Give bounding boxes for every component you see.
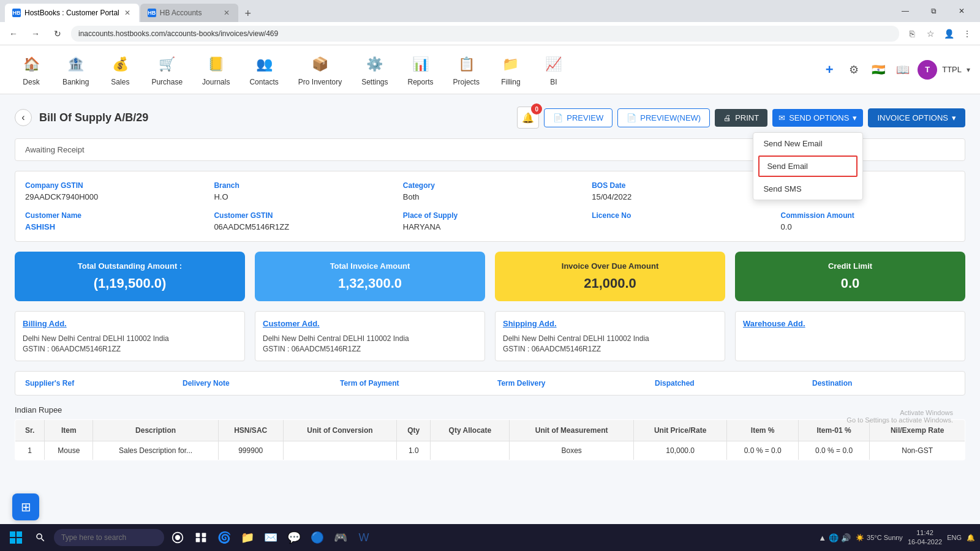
filling-icon: 📁 [500, 53, 522, 75]
nav-sales[interactable]: 💰 Sales [99, 48, 141, 91]
customer-address-line1: Delhi New Delhi Central DELHI 110002 Ind… [263, 333, 477, 345]
customer-address-title[interactable]: Customer Add. [263, 319, 477, 328]
back-nav-btn[interactable]: ← [5, 25, 22, 42]
browser-tab-2[interactable]: HB HB Accounts ✕ [140, 4, 238, 22]
weather-info: ☀️ 35°C Sunny [856, 534, 903, 542]
nav-projects-label: Projects [453, 78, 480, 86]
send-email-item[interactable]: Send Email [758, 156, 858, 177]
nav-bi[interactable]: 📈 BI [532, 48, 575, 91]
invoice-options-btn[interactable]: INVOICE OPTIONS ▾ [868, 108, 965, 127]
tab-close-1[interactable]: ✕ [123, 7, 132, 18]
nav-journals-label: Journals [202, 78, 230, 86]
taskbar-search-btn[interactable] [29, 527, 51, 541]
taskbar-app-mail[interactable]: ✉️ [260, 527, 282, 541]
taskbar-notification-btn[interactable]: 🔔 [967, 534, 975, 542]
send-sms-item[interactable]: Send SMS [753, 178, 862, 200]
profile-browser-btn[interactable]: 👤 [941, 26, 957, 42]
address-bar[interactable] [71, 26, 899, 42]
table-row[interactable]: 1 Mouse Sales Description for... 999900 … [15, 441, 965, 460]
taskbar-app-teams[interactable]: 💬 [283, 527, 305, 541]
tab-favicon-1: HB [12, 9, 21, 17]
nav-projects[interactable]: 📋 Projects [443, 48, 489, 91]
cast-btn[interactable]: ⎘ [904, 26, 920, 42]
browser-tab-1[interactable]: HB HostBooks : Customer Portal ✕ [5, 4, 139, 22]
preview-new-icon: 📄 [627, 113, 636, 122]
dispatched-label: Dispatched [655, 379, 797, 388]
nav-desk[interactable]: 🏠 Desk [10, 48, 53, 91]
preview-btn[interactable]: 📄 PREVIEW [544, 108, 612, 127]
forward-nav-btn[interactable]: → [27, 25, 44, 42]
preview-new-btn[interactable]: 📄 PREVIEW(NEW) [617, 108, 710, 127]
taskbar-lang: ENG [947, 534, 962, 541]
sys-icons: ▲ 🌐 🔊 [818, 533, 851, 542]
taskbar-arrow-icon[interactable]: ▲ [818, 533, 826, 542]
shipping-address-title[interactable]: Shipping Add. [503, 319, 717, 328]
total-invoice-label: Total Invoice Amount [265, 261, 475, 271]
billing-address-gstin: GSTIN : 06AADCM5146R1ZZ [23, 345, 237, 353]
nav-banking[interactable]: 🏦 Banking [53, 48, 99, 91]
customer-address-gstin: GSTIN : 06AADCM5146R1ZZ [263, 345, 477, 353]
contacts-icon: 👥 [253, 53, 275, 75]
company-name[interactable]: TTPL [942, 65, 962, 74]
cell-sr: 1 [15, 441, 45, 460]
nav-journals[interactable]: 📒 Journals [192, 48, 239, 91]
nav-pro-inventory[interactable]: 📦 Pro Inventory [288, 48, 352, 91]
projects-icon: 📋 [455, 53, 477, 75]
taskbar-search-input[interactable] [54, 529, 164, 541]
nav-filling-label: Filling [501, 78, 520, 86]
nav-filling[interactable]: 📁 Filling [489, 48, 532, 91]
taskbar-app-cortana[interactable] [167, 527, 189, 541]
taskbar-clock: 11:42 16-04-2022 [908, 528, 942, 541]
send-new-email-item[interactable]: Send New Email [753, 133, 862, 154]
start-btn[interactable] [5, 527, 27, 541]
pro-inventory-icon: 📦 [309, 53, 331, 75]
floating-grid-btn[interactable]: ⊞ [12, 493, 39, 520]
settings-icon: ⚙️ [364, 53, 386, 75]
company-gstin-label: Company GSTIN [25, 181, 199, 190]
credit-limit-value: 0.0 [745, 276, 956, 291]
customer-gstin-value: 06AADCM5146R1ZZ [214, 222, 388, 231]
window-close-btn[interactable]: ✕ [948, 0, 975, 22]
cell-qty-allocate [431, 441, 510, 460]
send-options-btn[interactable]: ✉ SEND OPTIONS ▾ [772, 109, 863, 127]
extension-btn[interactable]: ⋮ [959, 26, 975, 42]
col-sr: Sr. [15, 420, 45, 441]
taskbar-network-icon[interactable]: 🌐 [829, 533, 839, 542]
taskbar-app-taskview[interactable] [190, 527, 212, 541]
notification-btn[interactable]: 🔔 0 [517, 107, 539, 129]
taskbar-app-explorer[interactable]: 📁 [236, 527, 258, 541]
company-chevron[interactable]: ▾ [967, 66, 970, 74]
destination-field: Destination [812, 379, 955, 388]
taskbar-app-edge[interactable]: 🌀 [213, 527, 235, 541]
nav-settings[interactable]: ⚙️ Settings [352, 48, 398, 91]
reload-btn[interactable]: ↻ [49, 25, 66, 42]
sales-icon: 💰 [109, 53, 131, 75]
bookmark-btn[interactable]: ☆ [922, 26, 938, 42]
profile-btn[interactable]: T [918, 60, 937, 80]
nav-purchase[interactable]: 🛒 Purchase [141, 48, 192, 91]
nav-reports[interactable]: 📊 Reports [398, 48, 443, 91]
book-btn[interactable]: 📖 [893, 60, 913, 80]
commission-field: Commission Amount 0.0 [781, 211, 955, 231]
print-btn[interactable]: 🖨 PRINT [715, 109, 767, 127]
gear-btn[interactable]: ⚙ [844, 60, 864, 80]
billing-address-title[interactable]: Billing Add. [23, 319, 237, 328]
taskbar-app-word[interactable]: W [353, 527, 375, 541]
add-btn[interactable]: + [820, 60, 839, 80]
new-tab-btn[interactable]: + [239, 5, 257, 22]
supplier-ref-label: Supplier's Ref [25, 379, 168, 388]
nav-contacts[interactable]: 👥 Contacts [239, 48, 288, 91]
warehouse-address-title[interactable]: Warehouse Add. [743, 319, 957, 328]
place-supply-label: Place of Supply [403, 211, 577, 220]
flag-btn[interactable]: 🇮🇳 [869, 60, 888, 80]
taskbar-volume-icon[interactable]: 🔊 [841, 533, 851, 542]
taskbar-app-chrome[interactable]: 🔵 [306, 527, 328, 541]
back-btn[interactable]: ‹ [15, 109, 32, 126]
col-nil-exempt: Nil/Exemp Rate [870, 420, 965, 441]
window-minimize-btn[interactable]: — [892, 0, 919, 22]
window-maximize-btn[interactable]: ⧉ [920, 0, 947, 22]
total-outstanding-label: Total Outstanding Amount : [24, 261, 235, 271]
taskbar-app-gaming[interactable]: 🎮 [330, 527, 352, 541]
tab-close-2[interactable]: ✕ [222, 7, 231, 18]
customer-address-card: Customer Add. Delhi New Delhi Central DE… [255, 311, 485, 361]
